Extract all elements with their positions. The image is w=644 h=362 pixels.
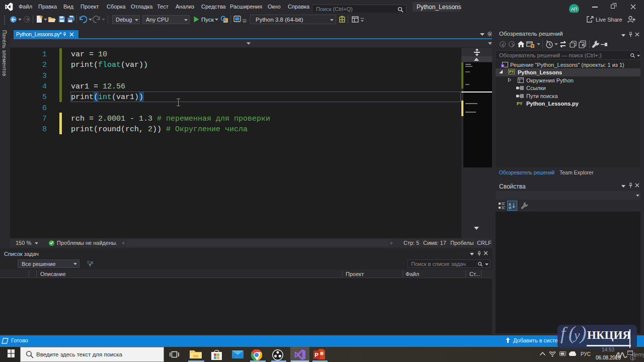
svg-text:Я: Я bbox=[509, 206, 511, 210]
svg-text:А: А bbox=[509, 203, 511, 206]
svg-text:P: P bbox=[315, 352, 318, 358]
